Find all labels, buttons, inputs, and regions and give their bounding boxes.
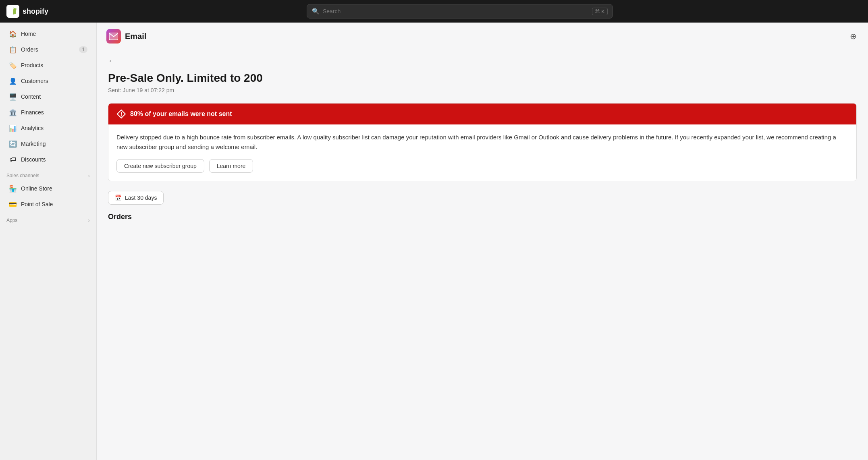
calendar-icon: 📅	[115, 195, 122, 201]
sidebar: 🏠 Home 📋 Orders 1 🏷️ Products 👤 Customer…	[0, 23, 97, 460]
sidebar-item-marketing[interactable]: 🔄 Marketing	[2, 136, 94, 151]
alert-header: 80% of your emails were not sent	[108, 104, 856, 124]
chevron-right-icon: ›	[88, 172, 90, 179]
point-of-sale-icon: 💳	[9, 200, 17, 208]
sidebar-item-finances[interactable]: 🏛️ Finances	[2, 105, 94, 120]
search-shortcut: ⌘ K	[592, 8, 608, 15]
sales-channels-section[interactable]: Sales channels ›	[0, 168, 96, 180]
alert-body: Delivery stopped due to a high bounce ra…	[108, 124, 856, 181]
warning-diamond-icon	[116, 109, 126, 119]
sidebar-item-label: Marketing	[21, 141, 87, 147]
sidebar-item-label: Finances	[21, 109, 87, 116]
search-icon: 🔍	[312, 8, 320, 15]
learn-more-button[interactable]: Learn more	[209, 159, 253, 173]
search-bar[interactable]: 🔍 ⌘ K	[307, 4, 613, 19]
sidebar-item-label: Point of Sale	[21, 201, 87, 207]
sidebar-item-online-store[interactable]: 🏪 Online Store	[2, 181, 94, 196]
date-filter-label: Last 30 days	[125, 195, 157, 201]
sidebar-item-label: Content	[21, 93, 87, 100]
sidebar-item-label: Orders	[21, 46, 75, 53]
sidebar-item-label: Customers	[21, 78, 87, 84]
finances-icon: 🏛️	[9, 108, 17, 116]
sidebar-item-home[interactable]: 🏠 Home	[2, 26, 94, 41]
sidebar-item-label: Analytics	[21, 125, 87, 131]
sidebar-item-point-of-sale[interactable]: 💳 Point of Sale	[2, 197, 94, 212]
sidebar-item-products[interactable]: 🏷️ Products	[2, 58, 94, 73]
topbar: shopify 🔍 ⌘ K	[0, 0, 868, 23]
sidebar-item-label: Online Store	[21, 185, 87, 192]
main-layout: 🏠 Home 📋 Orders 1 🏷️ Products 👤 Customer…	[0, 23, 868, 460]
search-input[interactable]	[323, 8, 589, 15]
sidebar-item-label: Home	[21, 31, 87, 37]
sidebar-item-customers[interactable]: 👤 Customers	[2, 73, 94, 89]
sidebar-item-orders[interactable]: 📋 Orders 1	[2, 42, 94, 57]
create-subscriber-group-button[interactable]: Create new subscriber group	[116, 159, 204, 173]
sidebar-item-label: Products	[21, 62, 87, 68]
zoom-icon[interactable]: ⊕	[848, 30, 858, 43]
sidebar-item-analytics[interactable]: 📊 Analytics	[2, 120, 94, 136]
orders-badge: 1	[79, 46, 87, 53]
analytics-icon: 📊	[9, 124, 17, 132]
content-body: ← Pre-Sale Only. Limited to 200 Sent: Ju…	[97, 47, 868, 231]
email-subject: Pre-Sale Only. Limited to 200	[108, 72, 857, 85]
email-sent-time: Sent: June 19 at 07:22 pm	[108, 87, 857, 93]
chevron-right-icon: ›	[88, 217, 90, 224]
apps-section[interactable]: Apps ›	[0, 212, 96, 225]
alert-description: Delivery stopped due to a high bounce ra…	[116, 133, 848, 152]
sidebar-item-content[interactable]: 🖥️ Content	[2, 89, 94, 104]
alert-banner: 80% of your emails were not sent Deliver…	[108, 103, 857, 181]
products-icon: 🏷️	[9, 61, 17, 69]
email-app-icon	[106, 29, 121, 44]
discounts-icon: 🏷	[9, 155, 17, 164]
main-content: Email ⊕ ← Pre-Sale Only. Limited to 200 …	[97, 23, 868, 460]
marketing-icon: 🔄	[9, 140, 17, 148]
back-button[interactable]: ←	[108, 57, 115, 65]
back-arrow-icon: ←	[108, 57, 115, 65]
page-header: Email ⊕	[97, 23, 868, 47]
customers-icon: 👤	[9, 77, 17, 85]
sales-channels-label: Sales channels	[6, 173, 39, 178]
alert-title: 80% of your emails were not sent	[130, 110, 232, 118]
home-icon: 🏠	[9, 30, 17, 38]
logo-text: shopify	[23, 7, 48, 16]
alert-actions: Create new subscriber group Learn more	[116, 159, 848, 173]
date-filter-button[interactable]: 📅 Last 30 days	[108, 191, 164, 205]
orders-icon: 📋	[9, 46, 17, 54]
sidebar-item-discounts[interactable]: 🏷 Discounts	[2, 152, 94, 167]
page-title: Email	[125, 32, 146, 41]
apps-label: Apps	[6, 218, 17, 223]
orders-section-title: Orders	[108, 213, 857, 221]
logo[interactable]: shopify	[6, 5, 48, 18]
online-store-icon: 🏪	[9, 184, 17, 193]
sidebar-item-label: Discounts	[21, 156, 87, 163]
content-icon: 🖥️	[9, 93, 17, 101]
